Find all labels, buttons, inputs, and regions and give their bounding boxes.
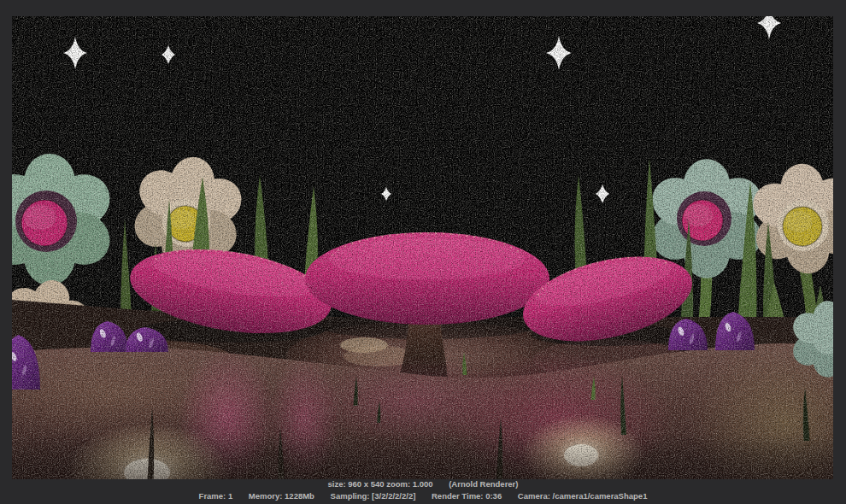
render-noise-light — [12, 16, 833, 479]
camera-label: Camera: /camera1/cameraShape1 — [518, 491, 648, 501]
rendered-scene-image — [12, 16, 833, 479]
renderer-name-label: (Arnold Renderer) — [449, 479, 518, 489]
sampling-label: Sampling: [3/2/2/2/2/2] — [331, 491, 416, 501]
render-time-label: Render Time: 0:36 — [432, 491, 502, 501]
memory-label: Memory: 1228Mb — [249, 491, 314, 501]
render-viewport[interactable] — [12, 16, 833, 479]
arnold-render-view-window: size: 960 x 540 zoom: 1.000 (Arnold Rend… — [0, 0, 846, 504]
frame-label: Frame: 1 — [199, 491, 233, 501]
image-size-zoom-label: size: 960 x 540 zoom: 1.000 — [328, 479, 433, 489]
render-info-bar: size: 960 x 540 zoom: 1.000 (Arnold Rend… — [0, 479, 846, 489]
render-stats-bar: Frame: 1 Memory: 1228Mb Sampling: [3/2/2… — [0, 491, 846, 501]
